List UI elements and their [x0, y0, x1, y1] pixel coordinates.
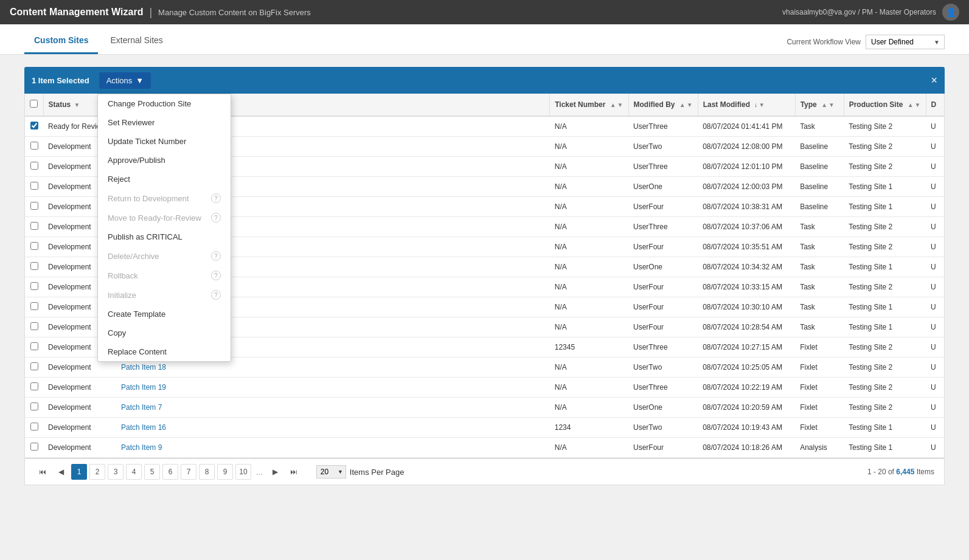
row-last-modified: 08/07/2024 10:27:15 AM: [698, 337, 795, 358]
page-10-button[interactable]: 10: [235, 464, 251, 480]
menu-item-copy[interactable]: Copy: [98, 323, 231, 342]
row-d: U: [926, 358, 944, 378]
row-ticket: N/A: [550, 177, 628, 197]
workflow-view-container: Current Workflow View User Defined Defau…: [787, 35, 945, 49]
avatar[interactable]: 👤: [942, 4, 959, 21]
items-per-page-select[interactable]: 20 50 100: [316, 465, 346, 479]
page-next-button[interactable]: ▶: [268, 464, 283, 480]
tab-external-sites[interactable]: External Sites: [100, 27, 172, 54]
page-3-button[interactable]: 3: [108, 464, 123, 480]
help-icon: ?: [211, 290, 221, 300]
patch-link[interactable]: Patch Item 19: [121, 383, 166, 392]
row-ticket: N/A: [550, 257, 628, 277]
tab-custom-sites[interactable]: Custom Sites: [24, 27, 98, 54]
row-modified-by: UserFour: [628, 197, 698, 217]
row-checkbox-cell: [25, 277, 43, 297]
menu-item-publish-critical[interactable]: Publish as CRITICAL: [98, 227, 231, 246]
page-4-button[interactable]: 4: [126, 464, 142, 480]
patch-link[interactable]: Patch Item 7: [121, 403, 162, 412]
type-sort-icon[interactable]: ▲: [821, 102, 827, 108]
row-last-modified: 08/07/2024 10:22:19 AM: [698, 378, 795, 398]
page-9-button[interactable]: 9: [217, 464, 233, 480]
menu-item-rollback: Rollback ?: [98, 266, 231, 285]
row-last-modified: 08/07/2024 10:37:06 AM: [698, 217, 795, 237]
menu-item-reject[interactable]: Reject: [98, 170, 231, 188]
row-ticket: 1234: [550, 418, 628, 438]
page-7-button[interactable]: 7: [181, 464, 196, 480]
row-checkbox[interactable]: [30, 322, 38, 330]
row-checkbox[interactable]: [30, 403, 38, 410]
actions-button[interactable]: Actions ▼: [99, 72, 151, 89]
row-checkbox[interactable]: [30, 302, 38, 310]
page-last-button[interactable]: ⏭: [286, 464, 302, 480]
menu-item-move-to-ready: Move to Ready-for-Review ?: [98, 208, 231, 227]
chevron-down-icon: ▼: [136, 76, 144, 85]
patch-link[interactable]: Patch Item 18: [121, 363, 166, 372]
select-all-checkbox[interactable]: [30, 100, 38, 108]
row-ticket: N/A: [550, 378, 628, 398]
row-d: U: [926, 438, 944, 458]
app-subtitle: Manage Custom Content on BigFix Servers: [158, 8, 311, 17]
row-checkbox[interactable]: [30, 262, 38, 270]
page-first-button[interactable]: ⏮: [35, 464, 50, 480]
row-type: Task: [795, 297, 844, 317]
row-type: Baseline: [795, 137, 844, 157]
prodsite-filter-icon[interactable]: ▼: [915, 102, 921, 108]
menu-item-replace-content[interactable]: Replace Content: [98, 342, 231, 361]
type-filter-icon[interactable]: ▼: [828, 102, 835, 108]
prodsite-sort-icon[interactable]: ▲: [908, 102, 914, 108]
row-last-modified: 08/07/2024 10:28:54 AM: [698, 317, 795, 337]
modifiedby-sort-icon[interactable]: ▲: [679, 102, 686, 108]
col-header-modified-by: Modified By ▲▼: [628, 94, 698, 116]
page-2-button[interactable]: 2: [89, 464, 105, 480]
menu-item-set-reviewer[interactable]: Set Reviewer: [98, 113, 231, 132]
menu-item-update-ticket-number[interactable]: Update Ticket Number: [98, 132, 231, 151]
page-prev-button[interactable]: ◀: [53, 464, 69, 480]
row-modified-by: UserTwo: [628, 137, 698, 157]
row-name: Patch Item 7: [116, 398, 550, 418]
row-checkbox[interactable]: [30, 362, 38, 370]
ticket-filter-icon[interactable]: ▼: [617, 102, 623, 108]
total-count: 6,445: [896, 468, 914, 476]
patch-link[interactable]: Patch Item 9: [121, 443, 162, 452]
close-button[interactable]: ×: [931, 75, 937, 86]
row-modified-by: UserFour: [628, 438, 698, 458]
row-checkbox[interactable]: [30, 122, 38, 130]
row-checkbox-cell: [25, 378, 43, 398]
row-production-site: Testing Site 2: [844, 337, 926, 358]
row-ticket: N/A: [550, 317, 628, 337]
items-per-page-select-wrapper: 20 50 100: [316, 465, 346, 479]
user-label: vhaisaalmyb0@va.gov / PM - Master Operat…: [782, 8, 936, 16]
row-checkbox[interactable]: [30, 182, 38, 190]
workflow-select[interactable]: User Defined Default Custom: [866, 35, 945, 49]
page-5-button[interactable]: 5: [144, 464, 160, 480]
menu-item-create-template[interactable]: Create Template: [98, 305, 231, 323]
row-production-site: Testing Site 2: [844, 277, 926, 297]
row-production-site: Testing Site 2: [844, 137, 926, 157]
row-checkbox-cell: [25, 197, 43, 217]
menu-item-approve-publish[interactable]: Approve/Publish: [98, 151, 231, 170]
row-checkbox[interactable]: [30, 162, 38, 170]
row-checkbox[interactable]: [30, 342, 38, 350]
row-checkbox[interactable]: [30, 382, 38, 390]
menu-item-change-production-site[interactable]: Change Production Site: [98, 94, 231, 113]
row-checkbox[interactable]: [30, 423, 38, 430]
row-checkbox[interactable]: [30, 443, 38, 451]
page-6-button[interactable]: 6: [162, 464, 178, 480]
row-checkbox[interactable]: [30, 142, 38, 150]
lastmod-sort-icon[interactable]: ↓: [754, 102, 757, 108]
status-filter-icon[interactable]: ▼: [74, 102, 80, 108]
ticket-sort-icon[interactable]: ▲: [610, 102, 616, 108]
row-checkbox[interactable]: [30, 242, 38, 250]
page-1-button[interactable]: 1: [71, 464, 87, 480]
row-ticket: 12345: [550, 337, 628, 358]
row-checkbox[interactable]: [30, 282, 38, 290]
modifiedby-filter-icon[interactable]: ▼: [687, 102, 693, 108]
page-8-button[interactable]: 8: [199, 464, 215, 480]
row-checkbox[interactable]: [30, 222, 38, 230]
lastmod-filter-icon[interactable]: ▼: [759, 102, 765, 108]
row-status: Development: [43, 378, 116, 398]
patch-link[interactable]: Patch Item 16: [121, 423, 166, 432]
row-checkbox[interactable]: [30, 202, 38, 210]
row-checkbox-cell: [25, 217, 43, 237]
